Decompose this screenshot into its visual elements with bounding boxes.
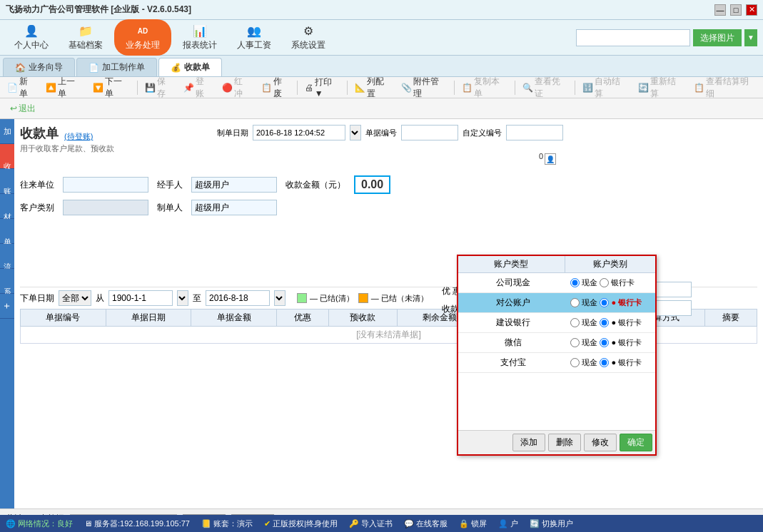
row5-types: 现金 ● 银行卡 bbox=[567, 356, 655, 369]
row5-radio-cash[interactable] bbox=[570, 358, 580, 367]
handler-input[interactable] bbox=[191, 177, 277, 193]
attachment-button[interactable]: 📎 附件管理 bbox=[397, 79, 451, 96]
tab-bar: 🏠 业务向导 📄 加工制作单 💰 收款单 bbox=[0, 56, 763, 77]
search-input[interactable] bbox=[576, 29, 690, 46]
legend1: — 已结(清） bbox=[297, 293, 354, 304]
sidebar-btn-account[interactable]: 账 bbox=[0, 169, 14, 194]
save-button[interactable]: 💾 保存 bbox=[141, 79, 178, 96]
cert-icon: 🔑 bbox=[349, 519, 359, 528]
to-date-dropdown[interactable]: ▼ bbox=[274, 290, 286, 306]
row3-name: 建设银行 bbox=[458, 315, 567, 330]
to-label: 至 bbox=[193, 292, 201, 305]
print-icon: 🖨 bbox=[305, 83, 313, 93]
nav-archive[interactable]: 📁 基础档案 bbox=[60, 21, 111, 54]
dropdown-row-gongsi[interactable]: 公司现金 现金 银行卡 bbox=[458, 273, 655, 293]
sidebar-btn-receipt[interactable]: 收 bbox=[0, 144, 14, 169]
row5-radio-card[interactable] bbox=[600, 358, 609, 367]
select-image-button[interactable]: 选择图片 bbox=[693, 29, 742, 46]
row2-types: 现金 ● 银行卡 bbox=[567, 296, 655, 310]
nav-business[interactable]: AD 业务处理 bbox=[114, 19, 171, 56]
lock-screen[interactable]: 🔒 锁屏 bbox=[459, 518, 487, 529]
dropdown-row-duigong[interactable]: 对公账户 现金 ● 银行卡 bbox=[458, 293, 655, 313]
date-input[interactable] bbox=[253, 125, 345, 140]
all-select[interactable]: 全部 bbox=[59, 290, 91, 306]
calcdetail-icon: 📋 bbox=[694, 83, 704, 93]
login-link[interactable]: (待登账) bbox=[64, 131, 93, 142]
colconfig-button[interactable]: 📐 列配置 bbox=[350, 79, 396, 96]
from-input[interactable] bbox=[63, 177, 148, 193]
import-cert[interactable]: 🔑 导入证书 bbox=[349, 518, 393, 529]
close-button[interactable]: ✕ bbox=[746, 4, 757, 16]
nav-report-label: 报表统计 bbox=[183, 39, 217, 51]
sidebar-btn-add[interactable]: 加 bbox=[0, 119, 14, 144]
nav-report[interactable]: 📊 报表统计 bbox=[174, 21, 226, 54]
confirm-account-button[interactable]: 确定 bbox=[620, 434, 652, 451]
row4-radio-card[interactable] bbox=[600, 338, 609, 347]
edit-account-button[interactable]: 修改 bbox=[584, 434, 617, 451]
sidebar-btn-flow[interactable]: 流 bbox=[0, 244, 14, 269]
person-icon[interactable]: 👤 bbox=[545, 153, 556, 165]
row4-radio-cash[interactable] bbox=[570, 338, 580, 347]
title-bar: 飞扬动力广告公司管理软件 [企业版 - V2.6.0.543] — □ ✕ bbox=[0, 0, 763, 20]
online-service[interactable]: 💬 在线客服 bbox=[404, 518, 448, 529]
nav-archive-label: 基础档案 bbox=[69, 39, 103, 51]
user-text: 户 bbox=[510, 518, 518, 529]
from-date-input[interactable] bbox=[108, 290, 173, 306]
sidebar-btn-plus[interactable]: + bbox=[0, 294, 14, 319]
amount-box: 0.00 bbox=[354, 175, 390, 194]
copy-button[interactable]: 📋 复制本单 bbox=[458, 79, 512, 96]
prev-button[interactable]: 🔼 上一单 bbox=[41, 79, 87, 96]
new-button[interactable]: 📄 新单 bbox=[3, 79, 40, 96]
status-bar: 🌐 网络情况：良好 🖥 服务器:192.168.199.105:77 📒 账套：… bbox=[0, 515, 763, 532]
print-button[interactable]: 🖨 打印▼ bbox=[300, 79, 344, 96]
nav-personal[interactable]: 👤 个人中心 bbox=[6, 21, 57, 54]
dropdown-row-weixin[interactable]: 微信 现金 ● 银行卡 bbox=[458, 333, 655, 353]
post-button[interactable]: 📌 登账 bbox=[179, 79, 216, 96]
form-description: 用于收取客户尾款、预收款 bbox=[20, 143, 757, 154]
from-date-dropdown[interactable]: ▼ bbox=[177, 290, 188, 306]
back-button[interactable]: ↩ 退出 bbox=[6, 100, 40, 117]
add-account-button[interactable]: 添加 bbox=[512, 434, 545, 451]
sidebar-btn-system[interactable]: 系 bbox=[0, 269, 14, 294]
dropdown-empty-space bbox=[458, 373, 655, 430]
row2-radio-card[interactable] bbox=[600, 298, 609, 307]
sidebar-btn-single[interactable]: 单 bbox=[0, 219, 14, 244]
customertype-input[interactable] bbox=[63, 200, 148, 215]
customno-label: 自定义编号 bbox=[463, 128, 502, 138]
maximize-button[interactable]: □ bbox=[730, 4, 742, 16]
lock-text: 锁屏 bbox=[471, 518, 487, 529]
delete-account-button[interactable]: 删除 bbox=[548, 434, 581, 451]
row2-radio-cash[interactable] bbox=[570, 298, 580, 307]
dropdown-row-zhifubao[interactable]: 支付宝 现金 ● 银行卡 bbox=[458, 353, 655, 373]
tab-guide[interactable]: 🏠 业务向导 bbox=[3, 58, 75, 76]
tab-process[interactable]: 📄 加工制作单 bbox=[76, 58, 157, 76]
row1-radio-card[interactable] bbox=[600, 278, 609, 287]
switch-text: 切换用户 bbox=[542, 518, 573, 529]
dropdown-footer: 添加 删除 修改 确定 bbox=[458, 430, 655, 454]
row3-radio-cash[interactable] bbox=[570, 318, 580, 327]
docno-input[interactable] bbox=[401, 125, 458, 140]
date-dropdown[interactable]: ▼ bbox=[350, 125, 361, 140]
customno-input[interactable] bbox=[506, 125, 563, 140]
switch-user[interactable]: 🔄 切换用户 bbox=[530, 518, 573, 529]
next-button[interactable]: 🔽 下一单 bbox=[89, 79, 134, 96]
dropdown-row-jiansheyinhang[interactable]: 建设银行 现金 ● 银行卡 bbox=[458, 313, 655, 333]
voucher-button[interactable]: 🔍 查看凭证 bbox=[518, 79, 572, 96]
row3-radio-card[interactable] bbox=[600, 318, 609, 327]
legend1-box bbox=[297, 293, 307, 303]
redpost-button[interactable]: 🔴 红冲 bbox=[218, 79, 255, 96]
tab-receipt[interactable]: 💰 收款单 bbox=[158, 58, 222, 76]
recalc-button[interactable]: 🔄 重新结算 bbox=[634, 79, 688, 96]
account-dropdown-popup: 账户类型 账户类别 公司现金 现金 银行卡 对公账户 现金 ● 银行卡 bbox=[457, 255, 657, 456]
sidebar-btn-material[interactable]: 材 bbox=[0, 194, 14, 219]
nav-system[interactable]: ⚙ 系统设置 bbox=[283, 21, 334, 54]
select-image-dropdown[interactable]: ▼ bbox=[744, 29, 757, 46]
calcdetail-button[interactable]: 📋 查看结算明细 bbox=[689, 79, 760, 96]
status-button[interactable]: 📋 作废 bbox=[257, 79, 294, 96]
creator-input[interactable] bbox=[191, 200, 277, 215]
nav-hr[interactable]: 👥 人事工资 bbox=[228, 21, 280, 54]
row1-radio-cash[interactable] bbox=[570, 278, 580, 287]
minimize-button[interactable]: — bbox=[714, 4, 726, 16]
autocalc-button[interactable]: 🔢 自动结算 bbox=[578, 79, 632, 96]
to-date-input[interactable] bbox=[206, 290, 270, 306]
